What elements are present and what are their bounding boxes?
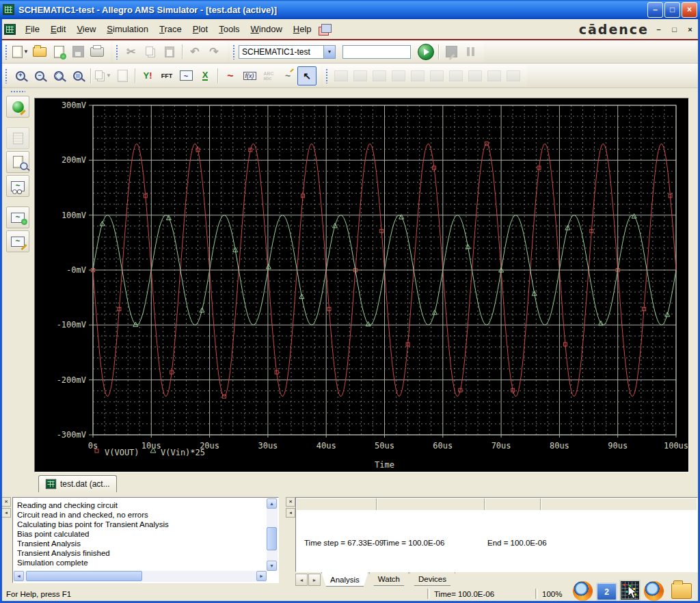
view-datapoints-button[interactable] bbox=[504, 66, 523, 85]
add-plot-window-button[interactable]: ~ bbox=[176, 66, 196, 85]
open-button[interactable] bbox=[30, 42, 49, 62]
scroll-right-button[interactable]: ► bbox=[256, 571, 267, 581]
search-input[interactable] bbox=[342, 45, 411, 59]
panel-dock-button[interactable]: ◄ bbox=[1, 508, 11, 518]
tab-scroll-right-button[interactable]: ► bbox=[308, 574, 321, 586]
simulation-profile-combo[interactable]: SCHEMATIC1-test ▼ bbox=[239, 45, 336, 59]
mdi-restore-button[interactable]: □ bbox=[669, 24, 680, 35]
mark-data-points-button[interactable]: ~ bbox=[278, 66, 297, 85]
view-simulation-results-button[interactable]: ~ bbox=[6, 175, 29, 197]
cursor-point-icon bbox=[449, 70, 463, 81]
cascade-windows-icon[interactable] bbox=[321, 24, 332, 33]
fft-button[interactable]: FFT bbox=[157, 66, 176, 85]
pause-simulation-button[interactable] bbox=[461, 42, 480, 62]
tab-watch[interactable]: Watch bbox=[369, 572, 409, 586]
toolbar-grip[interactable] bbox=[5, 68, 8, 83]
tab-analysis[interactable]: Analysis bbox=[321, 572, 368, 587]
horizontal-scrollbar[interactable]: ◄ ► bbox=[14, 571, 267, 582]
plot-tab[interactable]: test.dat (act... bbox=[38, 475, 117, 492]
cursor-toggle-button[interactable] bbox=[332, 66, 351, 85]
folder-icon[interactable] bbox=[671, 583, 692, 599]
close-button[interactable]: × bbox=[682, 2, 697, 18]
panel-close-button[interactable]: × bbox=[1, 497, 11, 507]
toolbar-grip[interactable] bbox=[116, 44, 118, 59]
copy-button[interactable] bbox=[141, 42, 160, 62]
horizontal-scroll-thumb[interactable] bbox=[26, 571, 142, 581]
y-axis-settings-button[interactable]: Y! bbox=[138, 66, 157, 85]
waveform-plot[interactable]: 0s10us20us30us40us50us60us70us80us90us10… bbox=[34, 98, 689, 472]
toolbar-grip[interactable] bbox=[10, 90, 25, 93]
title-bar[interactable]: SCHEMATIC1-test - Allegro AMS Simulator … bbox=[0, 0, 700, 19]
edit-simulation-profile-sidebar-button[interactable]: ~ bbox=[6, 230, 29, 252]
monitor-label: 2 bbox=[604, 587, 609, 597]
insert-text-button[interactable]: ABCabc bbox=[259, 66, 278, 85]
simulation-status-icon bbox=[12, 101, 24, 113]
zoom-fit-button[interactable] bbox=[68, 66, 88, 85]
new-button[interactable]: ▼ bbox=[11, 42, 30, 62]
chevron-down-icon[interactable]: ▼ bbox=[23, 49, 29, 55]
message-list[interactable]: Reading and checking circuit Circuit rea… bbox=[12, 497, 279, 583]
monitor-2-icon[interactable]: 2 bbox=[596, 582, 617, 601]
select-pointer-button[interactable]: ↖ bbox=[297, 66, 317, 85]
menu-tools[interactable]: Tools bbox=[213, 21, 245, 37]
firefox-icon[interactable] bbox=[644, 581, 664, 601]
x-axis-settings-button[interactable]: X bbox=[196, 66, 215, 85]
redo-button[interactable]: ↷ bbox=[204, 42, 224, 62]
cursor-max-button[interactable] bbox=[427, 66, 446, 85]
vertical-scrollbar[interactable]: ▲ ▼ bbox=[267, 498, 278, 571]
paste-button[interactable] bbox=[160, 42, 179, 62]
edit-simulation-profile-button[interactable] bbox=[442, 42, 461, 62]
document-icon[interactable] bbox=[4, 24, 16, 35]
add-trace-button[interactable]: ~ bbox=[221, 66, 240, 85]
mdi-close-button[interactable]: × bbox=[684, 24, 696, 35]
evaluate-function-button[interactable]: f(x) bbox=[240, 66, 259, 85]
chevron-down-icon[interactable]: ▼ bbox=[106, 72, 111, 79]
scroll-up-button[interactable]: ▲ bbox=[267, 498, 277, 509]
mdi-minimize-button[interactable]: – bbox=[653, 24, 664, 35]
print-button[interactable] bbox=[88, 42, 107, 62]
cursor-trough-button[interactable] bbox=[370, 66, 389, 85]
menu-trace[interactable]: Trace bbox=[154, 21, 187, 37]
menu-edit[interactable]: Edit bbox=[45, 21, 71, 37]
cursor-point-button[interactable] bbox=[446, 66, 466, 85]
run-simulation-button[interactable] bbox=[416, 42, 435, 62]
toolbar-grip[interactable] bbox=[5, 44, 8, 59]
menu-simulation[interactable]: Simulation bbox=[101, 21, 154, 37]
view-log-button[interactable] bbox=[113, 66, 132, 85]
combo-arrow-icon[interactable]: ▼ bbox=[323, 46, 335, 58]
tab-scroll-left-button[interactable]: ◄ bbox=[295, 574, 308, 586]
menu-file[interactable]: File bbox=[20, 21, 45, 37]
tab-devices[interactable]: Devices bbox=[409, 572, 455, 586]
panel-close-button[interactable]: × bbox=[286, 497, 295, 507]
save-button[interactable] bbox=[68, 42, 88, 62]
toolbar-grip[interactable] bbox=[232, 44, 235, 59]
scroll-down-button[interactable]: ▼ bbox=[267, 561, 277, 571]
toolbar-grip[interactable] bbox=[325, 68, 328, 83]
firefox-icon[interactable] bbox=[573, 581, 593, 601]
zoom-in-button[interactable]: + bbox=[11, 66, 30, 85]
menu-view[interactable]: View bbox=[71, 21, 101, 37]
panel-dock-button[interactable]: ◄ bbox=[286, 508, 295, 518]
cursor-min-button[interactable] bbox=[408, 66, 427, 85]
cursor-search-button[interactable] bbox=[466, 66, 485, 85]
undo-button[interactable]: ↶ bbox=[185, 42, 204, 62]
cursor-slope-button[interactable] bbox=[389, 66, 408, 85]
new-simulation-profile-button[interactable] bbox=[49, 42, 68, 62]
vertical-scroll-thumb[interactable] bbox=[267, 527, 277, 550]
copy-plot-button[interactable]: ▼ bbox=[94, 66, 113, 85]
simulation-queue-button[interactable] bbox=[6, 127, 29, 149]
maximize-button[interactable]: □ bbox=[664, 2, 680, 18]
menu-window[interactable]: Window bbox=[245, 21, 288, 37]
zoom-out-button[interactable]: − bbox=[30, 66, 49, 85]
menu-plot[interactable]: Plot bbox=[187, 21, 213, 37]
scroll-left-button[interactable]: ◄ bbox=[14, 571, 24, 581]
cursor-peak-button[interactable] bbox=[351, 66, 370, 85]
simulation-status-button[interactable] bbox=[6, 96, 29, 118]
menu-help[interactable]: Help bbox=[288, 21, 317, 37]
cut-button[interactable]: ✂ bbox=[122, 42, 141, 62]
view-output-file-button[interactable] bbox=[6, 151, 29, 173]
cursor-next-transition-button[interactable] bbox=[485, 66, 504, 85]
view-circuit-file-button[interactable]: ~ bbox=[6, 206, 29, 228]
minimize-button[interactable]: – bbox=[647, 2, 663, 18]
zoom-area-button[interactable] bbox=[49, 66, 68, 85]
